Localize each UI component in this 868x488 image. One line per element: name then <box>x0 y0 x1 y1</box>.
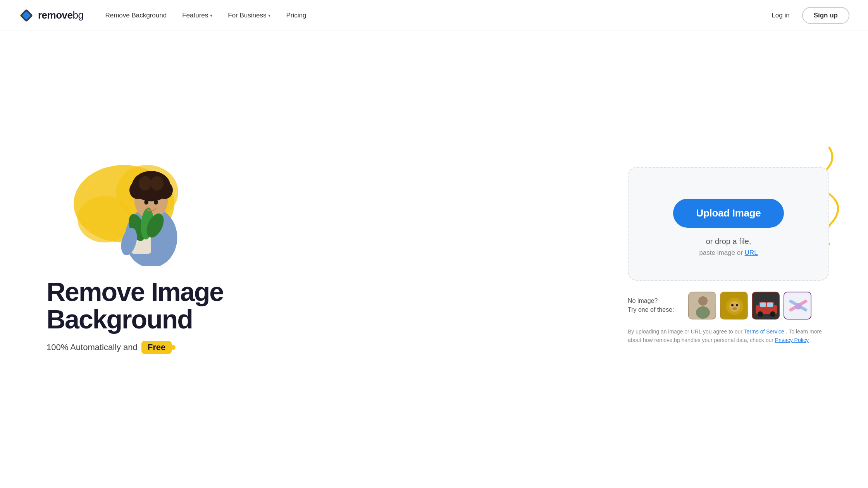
signup-button[interactable]: Sign up <box>802 7 849 24</box>
sample-images-container <box>688 292 811 320</box>
nav-for-business[interactable]: For Business ▾ <box>222 9 277 22</box>
hero-image-container <box>46 157 194 266</box>
svg-point-27 <box>731 304 734 306</box>
upload-image-button[interactable]: Upload Image <box>673 199 784 228</box>
nav-actions: Log in Sign up <box>765 7 849 24</box>
tos-text: By uploading an image or URL you agree t… <box>628 327 829 345</box>
svg-rect-34 <box>767 302 773 307</box>
svg-point-28 <box>736 304 738 306</box>
paste-url-link[interactable]: URL <box>745 249 758 256</box>
nav-links: Remove Background Features ▾ For Busines… <box>99 9 765 22</box>
terms-of-service-link[interactable]: Terms of Service <box>744 328 784 335</box>
logo[interactable]: removebg <box>19 8 83 23</box>
svg-rect-33 <box>760 302 766 307</box>
sample-person-thumb[interactable] <box>688 292 716 320</box>
upload-card: Upload Image or drop a file, paste image… <box>628 167 829 281</box>
svg-point-22 <box>698 296 708 306</box>
svg-point-29 <box>732 307 737 310</box>
free-badge: Free <box>141 341 172 354</box>
hero-left: Remove Image Background 100% Automatical… <box>46 157 287 354</box>
svg-point-36 <box>770 311 775 317</box>
privacy-policy-link[interactable]: Privacy Policy <box>775 337 809 343</box>
svg-point-18 <box>144 200 148 204</box>
sample-lion-thumb[interactable] <box>720 292 748 320</box>
logo-icon <box>19 8 34 23</box>
sample-craft-thumb[interactable] <box>784 292 811 320</box>
logo-text: removebg <box>38 9 83 21</box>
drop-file-text: or drop a file, <box>706 237 751 246</box>
sample-label: No image? Try one of these: <box>628 297 682 314</box>
nav-features[interactable]: Features ▾ <box>176 9 219 22</box>
hero-title: Remove Image Background <box>46 278 287 333</box>
hero-right: Upload Image or drop a file, paste image… <box>620 167 837 345</box>
svg-point-10 <box>139 176 152 190</box>
navbar: removebg Remove Background Features ▾ Fo… <box>0 0 868 31</box>
sample-car-thumb[interactable] <box>752 292 780 320</box>
login-button[interactable]: Log in <box>765 9 796 22</box>
business-chevron-icon: ▾ <box>268 13 270 18</box>
hero-person-image <box>78 157 225 266</box>
svg-point-40 <box>795 303 801 309</box>
hero-section: Remove Image Background 100% Automatical… <box>0 31 868 488</box>
nav-remove-background[interactable]: Remove Background <box>99 9 173 22</box>
hero-subtitle: 100% Automatically and Free <box>46 341 287 354</box>
paste-text: paste image or URL <box>699 249 758 257</box>
sample-section: No image? Try one of these: <box>628 292 829 320</box>
svg-point-23 <box>696 306 710 319</box>
svg-point-11 <box>151 176 164 190</box>
svg-point-35 <box>758 311 763 317</box>
nav-pricing[interactable]: Pricing <box>280 9 312 22</box>
features-chevron-icon: ▾ <box>210 13 212 18</box>
svg-point-19 <box>154 200 158 204</box>
